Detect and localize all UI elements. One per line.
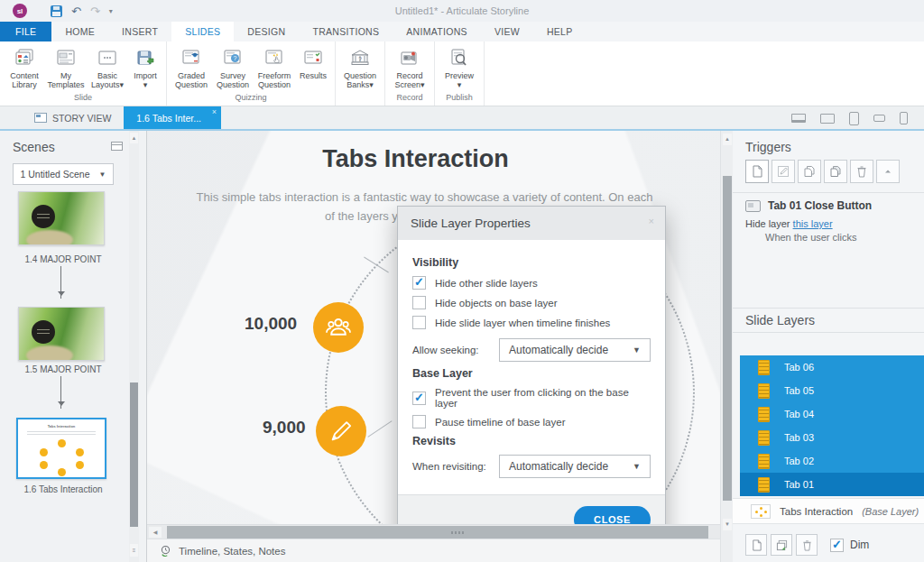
import-button[interactable]: Import ▾ — [128, 44, 162, 92]
stat-10000-top: 10,000 — [245, 314, 297, 334]
dialog-header[interactable]: Slide Layer Properties × — [398, 207, 665, 240]
graded-question-button[interactable]: Graded Question — [171, 44, 212, 92]
tab-home[interactable]: HOME — [51, 22, 108, 41]
checkbox-checked-icon[interactable] — [412, 392, 426, 405]
delete-layer-button[interactable] — [796, 534, 818, 556]
checkbox-row-hide-when-finishes[interactable]: Hide slide layer when timeline finishes — [412, 316, 651, 329]
checkbox-checked-icon[interactable] — [412, 276, 426, 290]
scroll-up-icon[interactable]: ▲ — [723, 134, 732, 145]
collapse-panel-icon[interactable] — [111, 142, 123, 151]
scrollbar-thumb[interactable] — [723, 176, 732, 501]
up-arrow-icon — [883, 167, 892, 176]
monitor-preview-icon[interactable] — [820, 114, 835, 124]
laptop-preview-icon[interactable] — [791, 114, 806, 123]
allow-seeking-dropdown[interactable]: Automatically decide▼ — [499, 338, 651, 362]
slide-layers-list: Tab 06 Tab 05 Tab 04 Tab 03 Tab 02 — [740, 355, 924, 496]
phone-portrait-preview-icon[interactable] — [900, 112, 908, 124]
vertical-scrollbar[interactable]: ▲ ▼ — [720, 131, 733, 562]
checkbox-row-hide-objects[interactable]: Hide objects on base layer — [412, 296, 651, 309]
phone-landscape-preview-icon[interactable] — [873, 115, 885, 122]
edit-trigger-button[interactable] — [772, 160, 795, 183]
group-label-publish: Publish — [439, 92, 480, 106]
scrollbar-thumb[interactable] — [167, 526, 708, 539]
ribbon: Content Library My Templates Basic Layou… — [0, 41, 924, 106]
people-circle[interactable] — [313, 302, 364, 353]
allow-seeking-label: Allow seeking: — [412, 345, 499, 355]
story-view-tab[interactable]: STORY VIEW — [0, 106, 124, 129]
my-templates-button[interactable]: My Templates — [45, 44, 87, 92]
checkbox-icon[interactable] — [412, 296, 426, 309]
results-button[interactable]: Results — [295, 44, 331, 92]
new-document-icon — [751, 539, 762, 551]
checkbox-icon[interactable] — [412, 316, 426, 329]
layer-row-tab05[interactable]: Tab 05 — [740, 379, 924, 402]
question-banks-button[interactable]: ? Question Banks▾ — [339, 44, 381, 92]
base-layer-row[interactable]: Tabs Interaction (Base Layer) — [733, 498, 924, 524]
dialog-close-icon[interactable]: × — [649, 216, 654, 226]
scrollbar-thumb[interactable] — [130, 382, 138, 527]
close-tab-icon[interactable]: × — [212, 107, 217, 116]
basic-layouts-button[interactable]: Basic Layouts▾ — [87, 44, 128, 92]
tab-insert[interactable]: INSERT — [108, 22, 171, 41]
checkbox-row-prevent-clicking[interactable]: Prevent the user from clicking on the ba… — [412, 387, 651, 409]
tab-help[interactable]: HELP — [533, 22, 587, 41]
layer-row-tab04[interactable]: Tab 04 — [740, 402, 924, 426]
ribbon-group-quizzing: Graded Question ? Survey Question Freefo… — [167, 41, 336, 106]
scene-thumbnail-1-6-selected[interactable]: Tabs Interaction — [16, 418, 106, 479]
horizontal-scrollbar[interactable]: ◀ — [147, 524, 720, 539]
close-button[interactable]: CLOSE — [574, 506, 651, 524]
dim-checkbox-row[interactable]: Dim — [830, 539, 869, 552]
paste-trigger-button[interactable] — [824, 160, 847, 183]
dim-checkbox-checked-icon[interactable] — [830, 539, 844, 552]
layer-row-tab06[interactable]: Tab 06 — [740, 355, 924, 379]
scenes-scrollbar[interactable]: ▲ ≡ — [129, 131, 139, 562]
layer-row-tab03[interactable]: Tab 03 — [740, 426, 924, 449]
preview-icon — [448, 46, 471, 71]
scene-thumbnail-1-4[interactable] — [18, 191, 105, 245]
record-screen-icon — [398, 46, 421, 71]
checkbox-icon[interactable] — [412, 415, 426, 428]
tab-animations[interactable]: ANIMATIONS — [393, 22, 481, 41]
layer-row-tab02[interactable]: Tab 02 — [740, 449, 924, 473]
this-layer-link[interactable]: this layer — [793, 218, 833, 229]
tab-design[interactable]: DESIGN — [234, 22, 299, 41]
checkbox-row-pause-timeline[interactable]: Pause timeline of base layer — [412, 415, 651, 428]
story-view-icon — [34, 113, 47, 123]
scroll-up-icon[interactable]: ▲ — [130, 133, 138, 143]
tab-transitions[interactable]: TRANSITIONS — [299, 22, 393, 41]
status-bar-text[interactable]: Timeline, States, Notes — [179, 546, 285, 557]
record-screen-button[interactable]: Record Screen▾ — [389, 44, 430, 92]
pencil-circle[interactable] — [316, 406, 366, 456]
move-trigger-up-button[interactable] — [876, 160, 900, 183]
new-layer-button[interactable] — [745, 534, 767, 556]
scroll-down-icon[interactable]: ▼ — [723, 519, 732, 530]
trigger-item[interactable]: Tab 01 Close Button — [745, 199, 872, 212]
paste-icon — [829, 165, 842, 178]
preview-button[interactable]: Preview ▾ — [439, 44, 480, 92]
scene-thumbnail-1-5[interactable] — [18, 307, 105, 361]
chevron-down-icon: ▼ — [633, 462, 641, 471]
right-panel: Triggers — [733, 131, 924, 562]
group-label-record: Record — [389, 92, 430, 106]
tab-view[interactable]: VIEW — [481, 22, 533, 41]
survey-question-button[interactable]: ? Survey Question — [212, 44, 254, 92]
new-trigger-button[interactable] — [745, 160, 769, 183]
duplicate-layer-button[interactable] — [771, 534, 792, 556]
scene-selector-dropdown[interactable]: 1 Untitled Scene▼ — [13, 163, 114, 185]
content-library-button[interactable]: Content Library — [4, 44, 45, 92]
slide-canvas[interactable]: Tabs Interaction This simple tabs intera… — [147, 131, 720, 524]
layer-row-tab01-selected[interactable]: Tab 01 — [740, 473, 924, 496]
copy-trigger-button[interactable] — [798, 160, 821, 183]
checkbox-row-hide-other-layers[interactable]: Hide other slide layers — [412, 276, 651, 290]
when-revisiting-dropdown[interactable]: Automatically decide▼ — [499, 455, 651, 478]
scroll-left-icon[interactable]: ◀ — [149, 527, 162, 538]
slide-tab-active[interactable]: 1.6 Tabs Inter... × — [124, 106, 221, 129]
tab-file[interactable]: FILE — [0, 22, 51, 41]
freeform-question-button[interactable]: Freeform Question — [254, 44, 295, 92]
delete-trigger-button[interactable] — [850, 160, 873, 183]
layer-thumbnail-icon — [758, 407, 770, 422]
tab-slides[interactable]: SLIDES — [171, 22, 234, 41]
trigger-item-title: Tab 01 Close Button — [768, 199, 872, 212]
scrollbar-grip[interactable]: ≡ — [130, 544, 138, 557]
tablet-portrait-preview-icon[interactable] — [849, 112, 859, 125]
